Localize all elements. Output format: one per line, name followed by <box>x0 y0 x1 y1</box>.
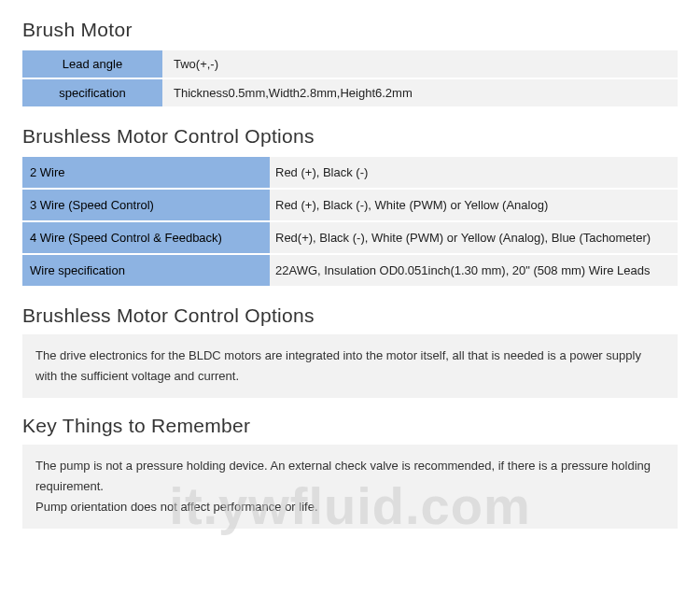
section-title-control-options-text: Brushless Motor Control Options <box>22 304 678 327</box>
table-row: 2 Wire Red (+), Black (-) <box>22 157 678 188</box>
option-value: Red (+), Black (-), White (PWM) or Yello… <box>270 190 678 220</box>
spec-value: Thickness0.5mm,Width2.8mm,Height6.2mm <box>162 79 678 106</box>
key-things-info: The pump is not a pressure holding devic… <box>22 445 678 529</box>
table-row: 3 Wire (Speed Control) Red (+), Black (-… <box>22 190 678 220</box>
option-label: 4 Wire (Speed Control & Feedback) <box>22 222 270 253</box>
spec-value: Two(+,-) <box>162 50 678 78</box>
section-title-brush-motor: Brush Motor <box>22 19 678 41</box>
option-value: Red (+), Black (-) <box>270 157 678 188</box>
option-label: 2 Wire <box>22 157 270 188</box>
table-row: Wire specification 22AWG, Insulation OD0… <box>22 255 678 286</box>
section-title-key-things: Key Things to Remember <box>22 415 678 437</box>
section-title-control-options: Brushless Motor Control Options <box>22 125 678 148</box>
option-value: 22AWG, Insulation OD0.051inch(1.30 mm), … <box>270 255 678 286</box>
option-label: 3 Wire (Speed Control) <box>22 190 270 220</box>
table-row: 4 Wire (Speed Control & Feedback) Red(+)… <box>22 222 678 253</box>
table-row: specification Thickness0.5mm,Width2.8mm,… <box>22 79 678 106</box>
table-row: Lead angle Two(+,-) <box>22 50 678 78</box>
spec-label: specification <box>22 79 162 106</box>
option-label: Wire specification <box>22 255 270 286</box>
control-options-table: 2 Wire Red (+), Black (-) 3 Wire (Speed … <box>22 155 678 288</box>
control-options-info: The drive electronics for the BLDC motor… <box>22 334 678 398</box>
option-value: Red(+), Black (-), White (PWM) or Yellow… <box>270 222 678 253</box>
brush-motor-table: Lead angle Two(+,-) specification Thickn… <box>22 49 678 108</box>
spec-label: Lead angle <box>22 50 162 78</box>
